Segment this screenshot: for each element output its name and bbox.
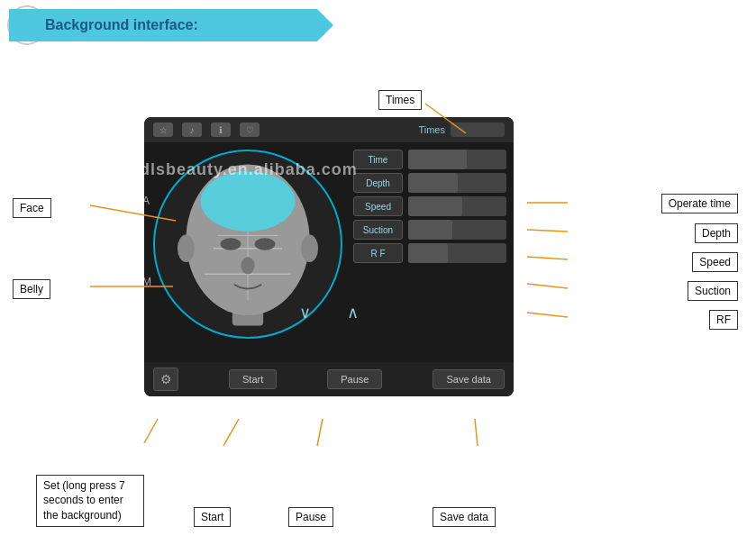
ctrl-suction-label: Suction <box>353 220 403 240</box>
header-banner: Background interface: <box>9 9 333 41</box>
star-icon[interactable]: ☆ <box>153 123 173 137</box>
device-body: A M <box>144 142 514 359</box>
rf-annotation: RF <box>709 310 738 330</box>
start-button[interactable]: Start <box>229 369 277 389</box>
ctrl-suction-bar[interactable] <box>408 220 506 240</box>
svg-line-16 <box>527 230 568 232</box>
nav-icons: ☆ ♪ ℹ ♡ <box>153 123 260 137</box>
info-icon[interactable]: ℹ <box>211 123 231 137</box>
svg-line-20 <box>144 419 158 443</box>
suction-annotation: Suction <box>688 281 738 301</box>
pause-annotation: Pause <box>288 507 333 527</box>
control-row-depth: Depth <box>353 173 506 193</box>
ctrl-time-bar[interactable] <box>408 150 506 169</box>
control-row-time: Time <box>353 150 506 169</box>
svg-point-9 <box>241 257 254 274</box>
location-icon[interactable]: ♡ <box>240 123 260 137</box>
svg-line-23 <box>475 419 478 446</box>
svg-line-17 <box>527 257 568 259</box>
ctrl-speed-bar[interactable] <box>408 196 506 216</box>
start-annotation: Start <box>194 507 231 527</box>
device-bottom-bar: ⚙ Start Pause Save data <box>144 362 514 396</box>
device-nav: ☆ ♪ ℹ ♡ Times <box>144 117 514 142</box>
ctrl-depth-bar[interactable] <box>408 173 506 193</box>
svg-line-21 <box>223 419 239 446</box>
controls-panel: Time Depth Speed Suction R F <box>353 150 506 263</box>
times-annotation: Times <box>378 90 422 110</box>
arrow-down-btn[interactable]: ∨ <box>299 303 311 322</box>
nav-times-value[interactable] <box>451 123 505 137</box>
ctrl-time-label: Time <box>353 150 403 169</box>
face-label-a: A <box>144 195 150 207</box>
device-screen: ☆ ♪ ℹ ♡ Times A M <box>144 117 514 396</box>
arrow-up-btn[interactable]: ∧ <box>347 303 359 322</box>
arrow-nav: ∨ ∧ <box>144 303 514 322</box>
face-label-m: M <box>144 276 151 288</box>
volume-icon[interactable]: ♪ <box>182 123 202 137</box>
nav-times-label: Times <box>418 124 445 135</box>
svg-point-11 <box>301 235 318 262</box>
ctrl-rf-bar[interactable] <box>408 243 506 263</box>
ctrl-speed-label: Speed <box>353 196 403 216</box>
svg-line-19 <box>527 313 568 317</box>
settings-button[interactable]: ⚙ <box>153 368 178 391</box>
header-title: Background interface: <box>45 17 198 33</box>
set-annotation: Set (long press 7 seconds to enter the b… <box>36 475 144 527</box>
svg-line-18 <box>527 284 568 288</box>
savedata-annotation: Save data <box>433 507 496 527</box>
svg-point-8 <box>255 238 276 250</box>
control-row-speed: Speed <box>353 196 506 216</box>
pause-button[interactable]: Pause <box>327 369 382 389</box>
svg-point-10 <box>178 235 195 262</box>
svg-point-2 <box>201 171 296 232</box>
face-annotation: Face <box>13 198 51 218</box>
svg-point-7 <box>221 238 241 250</box>
belly-annotation: Belly <box>13 279 50 299</box>
ctrl-depth-label: Depth <box>353 173 403 193</box>
control-row-rf: R F <box>353 243 506 263</box>
save-data-button[interactable]: Save data <box>433 369 505 389</box>
speed-annotation: Speed <box>692 252 738 272</box>
operate-time-annotation: Operate time <box>661 194 738 213</box>
control-row-suction: Suction <box>353 220 506 240</box>
nav-times-area: Times <box>418 123 505 137</box>
depth-annotation: Depth <box>695 223 738 243</box>
ctrl-rf-label: R F <box>353 243 403 263</box>
svg-line-22 <box>317 419 323 446</box>
